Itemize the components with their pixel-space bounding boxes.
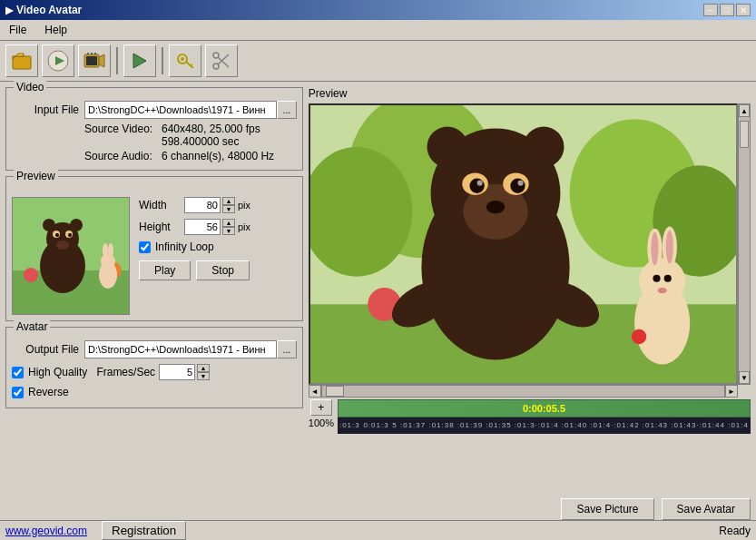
timeline-ruler[interactable]: :01:3 0:01:3 5 :01:37 :01:38 :01:39 :01:…	[338, 417, 751, 434]
open-icon	[11, 50, 33, 72]
cut-button[interactable]	[205, 44, 238, 77]
main-window: ▶ Video Avatar ─ □ ✕ File Help	[0, 0, 756, 540]
high-quality-checkbox[interactable]	[12, 367, 24, 378]
width-input[interactable]	[184, 197, 221, 213]
output-file-field[interactable]: D:\StrongDC++\Downloads\1971 - Винн	[84, 340, 277, 358]
preview-svg	[13, 198, 130, 315]
title-bar-left: ▶ Video Avatar	[5, 4, 82, 16]
scroll-down-button[interactable]: ▼	[739, 371, 750, 384]
svg-point-64	[651, 232, 658, 266]
svg-point-30	[43, 219, 55, 231]
title-bar-right: ─ □ ✕	[703, 4, 751, 16]
height-up-button[interactable]: ▲	[222, 219, 235, 227]
frames-sec-up[interactable]: ▲	[197, 364, 210, 372]
scroll-up-button[interactable]: ▲	[739, 104, 750, 117]
svg-point-29	[56, 241, 69, 250]
timeline-controls: + 100%	[309, 399, 334, 434]
play-button[interactable]	[42, 44, 74, 77]
menu-bar: File Help	[0, 20, 756, 41]
svg-point-69	[632, 329, 646, 344]
video-display	[309, 103, 738, 385]
frames-sec-row: Frames/Sec ▲ ▼	[96, 364, 210, 380]
svg-point-61	[639, 258, 685, 304]
play2-icon	[129, 50, 151, 72]
infinity-loop-checkbox[interactable]	[139, 241, 151, 253]
source-audio-value: 6 channel(s), 48000 Hz	[162, 150, 274, 162]
timeline-zoom: 100%	[309, 417, 334, 428]
timeline-row: + 100% 0:00:05.5 :01:3 0:01:3 5 :01:37 :…	[309, 399, 751, 434]
source-video-dur: 598.400000 sec	[162, 135, 260, 148]
svg-point-68	[657, 288, 666, 293]
source-video-label: Source Video:	[84, 123, 162, 148]
status-bar: www.geovid.com Registration Ready	[0, 520, 756, 540]
svg-point-54	[517, 181, 523, 186]
stop-button[interactable]: Stop	[196, 260, 250, 280]
content-area: Video Input File D:\StrongDC++\Downloads…	[0, 82, 756, 526]
output-browse-button[interactable]: ...	[277, 340, 297, 358]
status-left: www.geovid.com Registration	[5, 521, 186, 540]
play-icon	[47, 50, 69, 72]
registration-button[interactable]: Registration	[102, 521, 186, 540]
preview-action-buttons: Play Stop	[139, 260, 297, 280]
scissors-icon	[211, 50, 232, 72]
width-up-button[interactable]: ▲	[222, 197, 235, 205]
high-quality-row: High Quality	[12, 366, 87, 378]
scroll-thumb-v[interactable]	[740, 121, 749, 148]
toolbar-separator-2	[162, 47, 163, 74]
geovid-link[interactable]: www.geovid.com	[5, 525, 87, 537]
preview-group-title: Preview	[14, 170, 58, 182]
reverse-row: Reverse	[12, 386, 297, 398]
minimize-button[interactable]: ─	[703, 4, 718, 16]
save-picture-button[interactable]: Save Picture	[561, 498, 653, 520]
save-avatar-button[interactable]: Save Avatar	[662, 498, 751, 520]
toolbar-separator	[116, 47, 118, 74]
video-svg	[310, 105, 736, 383]
timeline-plus-button[interactable]: +	[310, 399, 332, 416]
key-button[interactable]	[169, 44, 201, 77]
input-file-row: Input File D:\StrongDC++\Downloads\1971 …	[12, 101, 297, 119]
video-scrollbar-v[interactable]: ▲ ▼	[738, 103, 751, 385]
preview-controls: Width ▲ ▼ pix Height ▲	[139, 197, 297, 315]
menu-help[interactable]: Help	[39, 22, 73, 38]
bottom-buttons: Save Picture Save Avatar	[561, 498, 751, 520]
video-group: Video Input File D:\StrongDC++\Downloads…	[5, 87, 303, 171]
scroll-left-button[interactable]: ◄	[309, 385, 321, 398]
timeline-time-display: 0:00:05.5	[523, 403, 565, 414]
scroll-right-button[interactable]: ►	[725, 385, 738, 398]
open-button[interactable]	[5, 44, 38, 77]
svg-rect-0	[13, 56, 31, 69]
width-down-button[interactable]: ▼	[222, 205, 235, 213]
width-unit: pix	[238, 200, 250, 211]
height-down-button[interactable]: ▼	[222, 227, 235, 235]
avatar-group-title: Avatar	[14, 320, 50, 333]
input-browse-button[interactable]: ...	[277, 101, 297, 119]
svg-marker-9	[133, 54, 146, 68]
maximize-button[interactable]: □	[720, 4, 734, 16]
play2-button[interactable]	[123, 44, 156, 77]
play-button[interactable]: Play	[139, 260, 191, 280]
frames-sec-input[interactable]	[159, 364, 195, 380]
output-file-label: Output File	[12, 343, 84, 356]
preview-thumbnail	[12, 197, 130, 315]
window-title: Video Avatar	[16, 4, 82, 16]
scroll-thumb-h[interactable]	[326, 386, 344, 397]
frames-sec-down[interactable]: ▼	[197, 372, 210, 380]
video-button[interactable]	[78, 44, 111, 77]
video-hscroll-row: ◄ ►	[309, 385, 738, 398]
svg-point-66	[653, 275, 660, 282]
reverse-checkbox[interactable]	[12, 387, 24, 398]
menu-file[interactable]: File	[4, 22, 32, 38]
close-button[interactable]: ✕	[736, 4, 751, 16]
svg-rect-4	[86, 56, 97, 65]
svg-point-51	[469, 179, 484, 193]
avatar-options: High Quality Frames/Sec ▲ ▼	[12, 362, 297, 382]
input-file-field[interactable]: D:\StrongDC++\Downloads\1971 - Винн	[84, 101, 277, 119]
infinity-loop-label: Infinity Loop	[155, 241, 214, 253]
timeline-progress-bar[interactable]: 0:00:05.5	[338, 399, 751, 417]
svg-point-57	[523, 126, 564, 167]
scroll-track-h[interactable]	[321, 385, 725, 398]
height-input[interactable]	[184, 219, 221, 235]
video-group-title: Video	[14, 81, 46, 93]
scroll-track-v[interactable]	[739, 117, 750, 371]
source-video-res: 640x480, 25.000 fps	[162, 123, 260, 135]
